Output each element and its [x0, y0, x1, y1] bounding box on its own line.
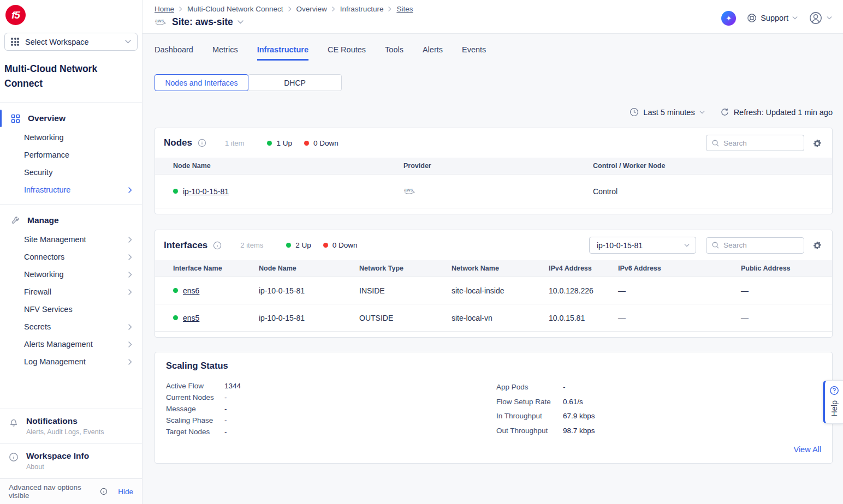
column-header: IPv6 Address	[618, 265, 741, 272]
gear-icon[interactable]	[812, 241, 822, 250]
hide-nav-button[interactable]: Hide	[118, 488, 133, 496]
sidebar-item-performance[interactable]: Performance	[0, 146, 142, 164]
interface-name-link[interactable]: ens6	[183, 286, 199, 295]
info-icon[interactable]	[198, 139, 206, 147]
nodes-card: Nodes 1 item 1 Up 0 Down Node Name Prov	[155, 128, 833, 214]
content: Dashboard Metrics Infrastructure CE Rout…	[143, 34, 843, 504]
help-tab[interactable]: Help	[823, 380, 843, 424]
gear-icon[interactable]	[812, 139, 822, 148]
nodes-search-input[interactable]	[723, 139, 799, 147]
column-header: Interface Name	[173, 265, 259, 272]
up-status-dot	[173, 315, 178, 320]
sidebar-section-overview[interactable]: Overview	[0, 108, 142, 129]
sidebar-nav: Overview Networking Performance Security…	[0, 103, 142, 370]
column-header: IPv4 Address	[549, 265, 618, 272]
sidebar-item-log-management[interactable]: Log Management	[0, 353, 142, 370]
subtab-bar: Nodes and Interfaces DHCP	[155, 74, 833, 91]
stat-value: 67.9 kbps	[563, 409, 595, 424]
sidebar-item-infrastructure[interactable]: Infrastructure	[0, 181, 142, 199]
support-menu[interactable]: Support	[747, 13, 798, 23]
stat-label: Active Flow	[166, 380, 224, 392]
stat-label: In Throughput	[496, 409, 563, 424]
tab-dashboard[interactable]: Dashboard	[155, 45, 193, 61]
time-range-label: Last 5 minutes	[643, 108, 694, 117]
active-section-bar	[0, 110, 2, 127]
sidebar-footer: Advanced nav options visible Hide	[0, 478, 142, 504]
ai-assistant-button[interactable]: ✦	[721, 11, 736, 26]
subtab-dhcp[interactable]: DHCP	[248, 74, 342, 91]
subtab-nodes-and-interfaces[interactable]: Nodes and Interfaces	[155, 74, 248, 91]
table-row: ip-10-0-15-81 aws Control	[155, 174, 832, 208]
sidebar-item-manage-networking[interactable]: Networking	[0, 266, 142, 283]
support-icon	[747, 13, 757, 23]
chevron-down-icon	[699, 111, 705, 114]
sidebar-item-secrets[interactable]: Secrets	[0, 318, 142, 335]
node-filter-select[interactable]: ip-10-0-15-81	[589, 237, 696, 254]
sidebar-item-nfv-services[interactable]: NFV Services	[0, 301, 142, 318]
tab-infrastructure[interactable]: Infrastructure	[257, 45, 308, 61]
node-role: Control	[593, 187, 823, 196]
svg-text:aws: aws	[155, 18, 164, 23]
stat-label: Out Throughput	[496, 424, 563, 439]
tab-tools[interactable]: Tools	[385, 45, 403, 61]
nodes-title: Nodes	[164, 137, 192, 148]
sidebar-section-manage[interactable]: Manage	[0, 210, 142, 231]
tab-metrics[interactable]: Metrics	[212, 45, 238, 61]
breadcrumb: Home Multi-Cloud Network Connect Overvie…	[155, 5, 413, 13]
chevron-right-icon	[128, 237, 132, 243]
nodes-count: 1 item	[225, 139, 244, 147]
sidebar: f5 Select Workspace Multi-Cloud Network …	[0, 0, 143, 504]
tab-alerts[interactable]: Alerts	[423, 45, 443, 61]
node-name-link[interactable]: ip-10-0-15-81	[183, 187, 229, 196]
breadcrumb-separator-icon	[332, 7, 335, 11]
chevron-down-icon	[125, 40, 131, 44]
view-all-link[interactable]: View All	[793, 445, 821, 454]
sidebar-workspace-info[interactable]: Workspace Info About	[0, 443, 142, 478]
account-icon	[809, 11, 823, 25]
tab-ce-routes[interactable]: CE Routes	[328, 45, 366, 61]
cell-network-type: INSIDE	[359, 286, 452, 295]
breadcrumb-item[interactable]: Multi-Cloud Network Connect	[187, 5, 283, 13]
search-icon	[711, 241, 720, 249]
nodes-down-badge: 0 Down	[304, 139, 339, 147]
waffle-icon	[11, 38, 19, 46]
stat-value: -	[224, 403, 227, 415]
up-status-dot	[173, 189, 178, 194]
time-range-selector[interactable]: Last 5 minutes	[630, 107, 704, 117]
sidebar-notifications[interactable]: Notifications Alerts, Audit Logs, Events	[0, 409, 142, 443]
breadcrumb-item[interactable]: Overview	[296, 5, 327, 13]
column-header: Network Name	[452, 265, 549, 272]
nodes-table-header: Node Name Provider Control / Worker Node	[155, 158, 832, 174]
sidebar-item-firewall[interactable]: Firewall	[0, 283, 142, 301]
account-menu[interactable]	[809, 11, 832, 25]
workspace-info-title: Workspace Info	[26, 451, 89, 461]
stat-label: Current Nodes	[166, 392, 224, 403]
table-row: ens5 ip-10-0-15-81 OUTSIDE site-local-vn…	[155, 304, 832, 331]
sidebar-item-connectors[interactable]: Connectors	[0, 248, 142, 266]
site-selector[interactable]: aws Site: aws-site	[155, 16, 413, 28]
sidebar-item-site-management[interactable]: Site Management	[0, 231, 142, 248]
breadcrumb-separator-icon	[179, 7, 182, 11]
refresh-button[interactable]: Refresh: Updated 1 min ago	[720, 107, 833, 117]
breadcrumb-home[interactable]: Home	[155, 5, 174, 13]
breadcrumb-sites[interactable]: Sites	[396, 5, 413, 13]
tab-events[interactable]: Events	[462, 45, 486, 61]
site-title: Site: aws-site	[172, 16, 233, 28]
info-icon[interactable]	[213, 241, 222, 250]
sidebar-item-networking[interactable]: Networking	[0, 129, 142, 146]
section-label: Overview	[28, 113, 66, 123]
bell-icon	[9, 416, 19, 436]
up-status-dot	[267, 141, 272, 146]
sidebar-item-alerts-management[interactable]: Alerts Management	[0, 335, 142, 353]
chevron-down-icon	[238, 20, 244, 24]
workspace-selector[interactable]: Select Workspace	[4, 33, 138, 51]
interfaces-search-input[interactable]	[723, 241, 799, 249]
aws-icon: aws	[155, 17, 168, 27]
interface-name-link[interactable]: ens5	[183, 314, 199, 322]
cell-ipv4: 10.0.15.81	[549, 314, 618, 322]
f5-logo[interactable]: f5	[5, 5, 26, 25]
breadcrumb-item[interactable]: Infrastructure	[340, 5, 384, 13]
interfaces-down-badge: 0 Down	[323, 241, 358, 249]
sidebar-item-security[interactable]: Security	[0, 164, 142, 181]
cell-public-address: —	[741, 314, 823, 322]
